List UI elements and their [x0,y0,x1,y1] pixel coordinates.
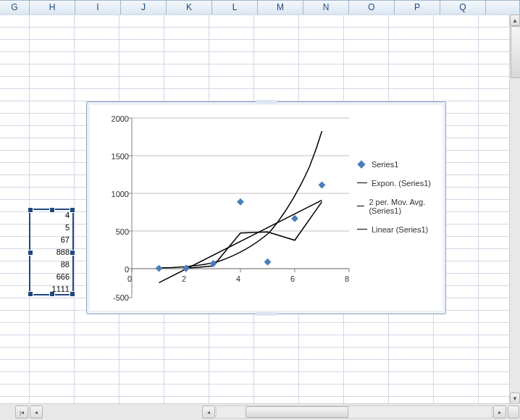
legend-item-series[interactable]: Series1 [357,160,437,169]
svg-rect-20 [183,265,190,272]
legend-item-movavg[interactable]: 2 per. Mov. Avg. (Series1) [357,198,437,215]
chart-resize-handle[interactable] [256,312,277,316]
col-header[interactable]: Q [440,0,486,14]
xtick: 8 [345,274,349,283]
chart-legend[interactable]: Series1 Expon. (Series1) 2 per. Mov. Avg… [357,160,437,244]
svg-rect-19 [156,265,163,272]
cell[interactable]: 1111 [29,283,72,295]
scroll-right-button[interactable]: ▸ [493,406,506,419]
scroll-down-button[interactable]: ▼ [510,392,520,404]
ytick: 0 [100,265,129,274]
ytick: 1500 [100,152,129,161]
cell[interactable]: 88 [29,259,72,271]
diamond-icon [357,160,365,168]
col-header[interactable]: G [0,0,30,14]
scroll-left-button[interactable]: ◂ [202,406,215,419]
xtick: 2 [182,274,186,283]
svg-rect-25 [319,182,326,189]
tab-first-button[interactable]: |◂ [15,406,28,419]
cell[interactable]: 4 [29,209,72,222]
col-header[interactable]: I [75,0,121,14]
col-header[interactable]: P [395,0,440,14]
col-header[interactable]: O [349,0,395,14]
legend-label: 2 per. Mov. Avg. (Series1) [369,198,437,215]
xtick: 6 [290,274,295,283]
col-header-blank [486,0,520,14]
col-header[interactable]: N [303,0,349,14]
ytick: 1000 [100,190,129,198]
svg-rect-22 [237,198,244,206]
xtick: 4 [236,274,240,283]
legend-label: Series1 [372,160,398,169]
chart-plot-area[interactable] [96,109,356,306]
col-header[interactable]: L [212,0,258,14]
cell-grid[interactable]: 4 5 67 888 88 666 1111 [0,14,510,404]
cell[interactable]: 888 [29,246,72,259]
xtick: 0 [127,274,132,283]
legend-item-linear[interactable]: Linear (Series1) [357,225,437,234]
scroll-up-button[interactable]: ▲ [510,14,520,26]
sheet-corner[interactable] [508,406,519,419]
cell[interactable]: 67 [29,234,72,246]
ytick: -500 [100,293,129,302]
col-header[interactable]: K [167,0,212,14]
spreadsheet-window: { "columns": [ {"letter":"G","width":40}… [0,0,520,420]
column-header-row: G H I J K L M N O P Q [0,0,520,15]
col-header[interactable]: M [258,0,303,14]
horizontal-scrollbar[interactable]: |◂ ◂ ◂ ▸ [0,403,520,420]
col-header[interactable]: H [30,0,75,14]
line-icon [357,206,364,206]
chart-resize-handle[interactable] [256,100,277,104]
cell[interactable]: 5 [29,222,72,234]
scroll-thumb[interactable] [511,26,520,78]
line-icon [357,182,367,183]
tab-prev-button[interactable]: ◂ [30,406,43,419]
chart-object[interactable]: 2000 1500 1000 500 0 -500 0 2 4 6 8 Seri… [86,101,446,314]
ytick: 2000 [100,114,129,123]
col-header[interactable]: J [121,0,167,14]
svg-rect-23 [264,259,272,266]
cell[interactable]: 666 [29,271,72,283]
legend-label: Expon. (Series1) [372,179,431,188]
hscroll-thumb[interactable] [246,406,348,418]
vertical-scrollbar[interactable]: ▲ ▼ [509,14,520,404]
series-markers[interactable] [156,182,326,272]
line-icon [357,229,367,230]
legend-item-expon[interactable]: Expon. (Series1) [357,179,437,188]
hscroll-track[interactable] [216,406,492,419]
legend-label: Linear (Series1) [372,225,428,234]
svg-rect-24 [291,215,298,222]
ytick: 500 [100,227,129,236]
